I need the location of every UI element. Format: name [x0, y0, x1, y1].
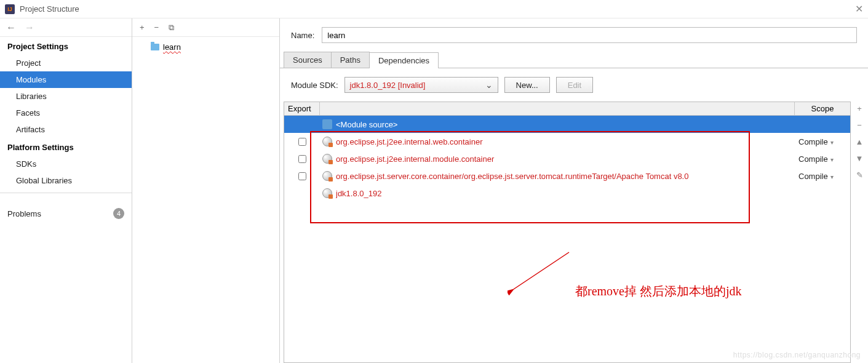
edit-dep-icon[interactable]: ✎	[856, 170, 863, 180]
module-source-icon	[322, 119, 332, 129]
edit-button: Edit	[556, 77, 593, 93]
forward-icon[interactable]: →	[25, 22, 34, 33]
export-checkbox[interactable]	[298, 172, 306, 180]
move-down-icon[interactable]: ▼	[856, 154, 864, 163]
sidebar-item-problems[interactable]: Problems 4	[0, 204, 132, 223]
sdk-select[interactable]: jdk1.8.0_192 [Invalid]	[344, 77, 498, 93]
close-icon[interactable]: ✕	[855, 3, 863, 15]
dependency-row[interactable]: org.eclipse.jst.server.core.container/or…	[284, 167, 850, 185]
window-title: Project Structure	[20, 4, 79, 14]
library-globe-icon	[322, 154, 332, 164]
dependency-row[interactable]: org.eclipse.jst.j2ee.internal.web.contai…	[284, 133, 850, 150]
settings-sidebar: ← → Project Settings Project Modules Lib…	[0, 18, 132, 363]
export-checkbox[interactable]	[298, 138, 306, 146]
add-icon[interactable]: +	[140, 23, 145, 32]
dependency-name: jdk1.8.0_192	[336, 189, 795, 198]
folder-icon	[151, 44, 159, 50]
watermark: https://blog.csdn.net/ganquanzhong	[733, 351, 861, 359]
module-tree-item[interactable]: learn	[132, 41, 279, 54]
scope-cell[interactable]: Compile	[795, 137, 850, 146]
sidebar-item-project[interactable]: Project	[0, 55, 132, 71]
move-up-icon[interactable]: ▲	[856, 137, 864, 146]
sdk-value: jdk1.8.0_192 [Invalid]	[350, 81, 426, 90]
section-platform-settings: Platform Settings	[0, 138, 132, 156]
dependency-name: <Module source>	[336, 120, 795, 129]
name-label: Name:	[291, 31, 314, 40]
library-globe-icon	[322, 188, 332, 198]
problems-badge: 4	[113, 208, 124, 219]
dependency-name: org.eclipse.jst.j2ee.internal.module.con…	[336, 154, 795, 164]
header-scope: Scope	[795, 102, 850, 115]
module-tree-panel: + − ⧉ learn	[132, 18, 280, 363]
copy-icon[interactable]: ⧉	[169, 23, 174, 33]
scope-cell[interactable]: Compile	[795, 172, 850, 181]
annotation-text: 都remove掉 然后添加本地的jdk	[575, 283, 742, 300]
dependency-name: org.eclipse.jst.j2ee.internal.web.contai…	[336, 137, 795, 146]
sidebar-item-global-libraries[interactable]: Global Libraries	[0, 172, 132, 189]
remove-dep-icon[interactable]: −	[857, 121, 862, 130]
sidebar-item-artifacts[interactable]: Artifacts	[0, 121, 132, 138]
tab-sources[interactable]: Sources	[284, 52, 332, 68]
remove-icon[interactable]: −	[154, 23, 159, 32]
back-icon[interactable]: ←	[6, 22, 16, 33]
dependency-name: org.eclipse.jst.server.core.container/or…	[336, 172, 795, 181]
tab-paths[interactable]: Paths	[331, 52, 370, 68]
add-dep-icon[interactable]: +	[857, 104, 862, 113]
header-export: Export	[284, 102, 320, 115]
library-globe-icon	[322, 171, 332, 181]
new-button[interactable]: New...	[504, 77, 550, 93]
dependency-row[interactable]: jdk1.8.0_192	[284, 185, 850, 202]
export-checkbox[interactable]	[298, 155, 306, 163]
dependencies-table: Export Scope <Module source>org.eclipse.…	[284, 102, 851, 363]
name-input[interactable]	[322, 27, 857, 43]
app-icon: IJ	[5, 4, 15, 14]
sdk-label: Module SDK:	[291, 81, 338, 90]
tab-dependencies[interactable]: Dependencies	[369, 52, 439, 68]
sidebar-item-libraries[interactable]: Libraries	[0, 88, 132, 105]
scope-cell[interactable]: Compile	[795, 154, 850, 164]
section-project-settings: Project Settings	[0, 37, 132, 55]
dependency-row[interactable]: org.eclipse.jst.j2ee.internal.module.con…	[284, 150, 850, 167]
content-panel: Name: Sources Paths Dependencies Module …	[280, 18, 868, 363]
library-globe-icon	[322, 137, 332, 146]
module-name-label: learn	[163, 42, 181, 52]
sidebar-item-facets[interactable]: Facets	[0, 105, 132, 121]
dependency-row[interactable]: <Module source>	[284, 116, 850, 133]
sidebar-item-modules[interactable]: Modules	[0, 71, 132, 88]
sidebar-item-sdks[interactable]: SDKs	[0, 156, 132, 172]
problems-label: Problems	[7, 209, 41, 218]
header-name	[320, 102, 795, 115]
